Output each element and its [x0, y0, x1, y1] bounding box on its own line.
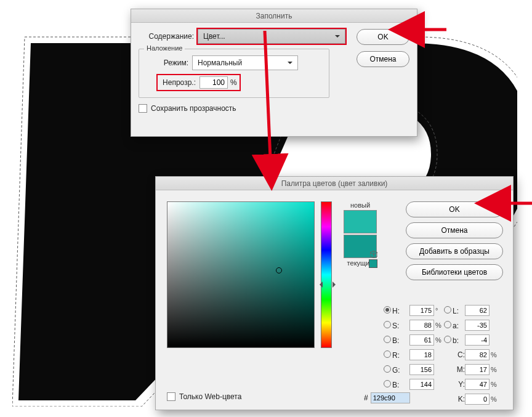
s-input[interactable]: [409, 320, 434, 331]
radio-s[interactable]: [384, 321, 391, 328]
web-only-label: Только Web-цвета: [179, 392, 241, 401]
bv-input[interactable]: [409, 334, 434, 346]
radio-l[interactable]: [444, 306, 451, 314]
y-input[interactable]: [465, 379, 490, 390]
picker-cancel-button[interactable]: Отмена: [406, 222, 503, 238]
picker-marker-icon: [276, 267, 282, 273]
fill-dialog-title: Заполнить: [131, 9, 417, 23]
r-input[interactable]: [409, 349, 434, 360]
hue-slider-thumb-left-icon: [316, 281, 323, 288]
b-input[interactable]: [465, 334, 490, 346]
content-dropdown[interactable]: Цвет...: [198, 29, 345, 44]
saturation-field[interactable]: [167, 201, 315, 348]
k-input[interactable]: [465, 394, 490, 405]
websafe-swatch[interactable]: [369, 259, 377, 268]
l-input[interactable]: [465, 305, 490, 316]
hue-slider[interactable]: [321, 201, 332, 348]
c-input[interactable]: [465, 349, 490, 360]
mode-dropdown[interactable]: Нормальный: [192, 55, 298, 70]
radio-g[interactable]: [384, 365, 391, 373]
blend-group-label: Наложение: [144, 44, 185, 52]
web-only-checkbox[interactable]: [167, 392, 175, 401]
picker-ok-button[interactable]: OK: [406, 201, 503, 217]
opacity-unit: %: [230, 78, 237, 87]
new-color-swatch: [344, 210, 377, 233]
a-input[interactable]: [465, 320, 490, 331]
content-dropdown-value: Цвет...: [203, 32, 225, 41]
gamut-warning-icon: [370, 249, 377, 257]
radio-bv[interactable]: [384, 336, 391, 343]
opacity-input[interactable]: [200, 76, 228, 89]
mode-dropdown-value: Нормальный: [198, 59, 242, 67]
color-picker-dialog: Палитра цветов (цвет заливки) новый теку…: [155, 176, 514, 410]
add-to-swatches-button[interactable]: Добавить в образцы: [406, 243, 503, 259]
opacity-label: Непрозр.:: [160, 78, 196, 87]
radio-r[interactable]: [384, 350, 391, 358]
hex-input[interactable]: [371, 392, 410, 403]
radio-bb[interactable]: [384, 380, 391, 387]
preserve-transparency-label: Сохранить прозрачность: [151, 104, 236, 113]
m-input[interactable]: [465, 364, 490, 375]
fill-dialog: Заполнить Содержание: Цвет... Наложение …: [131, 9, 417, 137]
radio-b[interactable]: [444, 336, 451, 343]
radio-a[interactable]: [444, 321, 451, 328]
fill-cancel-button[interactable]: Отмена: [357, 51, 409, 67]
new-swatch-label: новый: [341, 201, 380, 209]
g-input[interactable]: [409, 364, 434, 375]
preserve-transparency-checkbox[interactable]: [139, 104, 147, 113]
bb-input[interactable]: [409, 379, 434, 390]
picker-title: Палитра цветов (цвет заливки): [156, 177, 513, 190]
content-label: Содержание:: [139, 32, 194, 41]
mode-label: Режим:: [145, 59, 188, 67]
hue-slider-thumb-right-icon: [332, 281, 339, 288]
h-input[interactable]: [409, 305, 434, 316]
radio-h[interactable]: [384, 306, 391, 314]
hex-label: #: [364, 394, 368, 402]
color-libraries-button[interactable]: Библиотеки цветов: [406, 264, 503, 280]
fill-ok-button[interactable]: OK: [357, 29, 409, 45]
